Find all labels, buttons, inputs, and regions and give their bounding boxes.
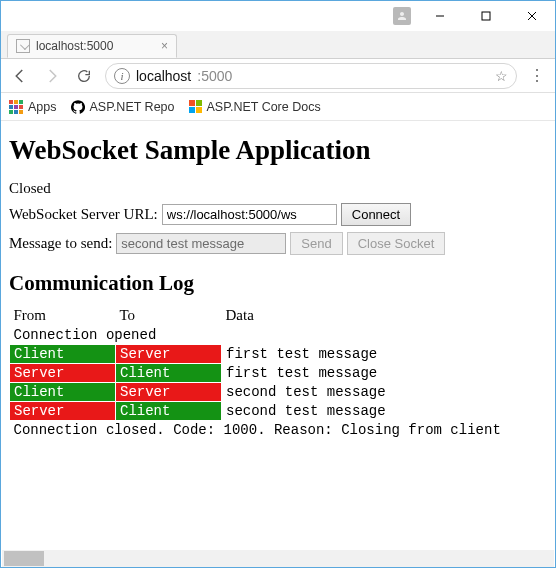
github-icon: [71, 100, 85, 114]
url-host: localhost: [136, 68, 191, 84]
to-cell: Client: [116, 364, 222, 383]
to-cell: Server: [116, 383, 222, 402]
back-button[interactable]: [9, 65, 31, 87]
apps-grid-icon: [9, 100, 23, 114]
log-status-row: Connection closed. Code: 1000. Reason: C…: [10, 421, 550, 440]
data-cell: first test message: [222, 364, 550, 383]
table-row: ClientServersecond test message: [10, 383, 550, 402]
url-path: :5000: [197, 68, 232, 84]
scrollbar-thumb[interactable]: [4, 551, 44, 566]
from-cell: Client: [10, 383, 116, 402]
ws-url-label: WebSocket Server URL:: [9, 206, 158, 223]
log-status-row: Connection opened: [10, 326, 550, 345]
data-cell: second test message: [222, 383, 550, 402]
col-to: To: [116, 306, 222, 326]
connection-status: Closed: [9, 180, 51, 197]
bookmark-label: ASP.NET Core Docs: [207, 100, 321, 114]
communication-log-table: From To Data Connection opened ClientSer…: [9, 306, 549, 439]
maximize-button[interactable]: [463, 1, 509, 31]
new-tab-button[interactable]: [181, 38, 203, 58]
col-data: Data: [222, 306, 550, 326]
to-cell: Server: [116, 345, 222, 364]
bookmark-aspnet-repo[interactable]: ASP.NET Repo: [71, 100, 175, 114]
apps-shortcut[interactable]: Apps: [9, 100, 57, 114]
page-favicon-icon: [16, 39, 30, 53]
browser-menu-button[interactable]: ⋮: [527, 66, 547, 86]
window-titlebar: [1, 1, 555, 31]
col-from: From: [10, 306, 116, 326]
apps-label: Apps: [28, 100, 57, 114]
browser-tab[interactable]: localhost:5000 ×: [7, 34, 177, 58]
connect-button[interactable]: Connect: [341, 203, 411, 226]
address-bar[interactable]: i localhost:5000 ☆: [105, 63, 517, 89]
send-button[interactable]: Send: [290, 232, 342, 255]
to-cell: Client: [116, 402, 222, 421]
data-cell: second test message: [222, 402, 550, 421]
forward-button[interactable]: [41, 65, 63, 87]
bookmark-aspnet-docs[interactable]: ASP.NET Core Docs: [189, 100, 321, 114]
page-title: WebSocket Sample Application: [9, 135, 547, 166]
data-cell: first test message: [222, 345, 550, 364]
site-info-icon[interactable]: i: [114, 68, 130, 84]
minimize-button[interactable]: [417, 1, 463, 31]
tab-title: localhost:5000: [36, 39, 113, 53]
close-socket-button[interactable]: Close Socket: [347, 232, 446, 255]
tab-close-icon[interactable]: ×: [161, 39, 168, 53]
bookmark-label: ASP.NET Repo: [90, 100, 175, 114]
page-content: WebSocket Sample Application Closed WebS…: [1, 121, 555, 552]
svg-rect-1: [482, 12, 490, 20]
table-row: ServerClientfirst test message: [10, 364, 550, 383]
from-cell: Server: [10, 364, 116, 383]
table-row: ClientServerfirst test message: [10, 345, 550, 364]
connection-opened-line: Connection opened: [10, 326, 550, 345]
bookmark-star-icon[interactable]: ☆: [495, 68, 508, 84]
log-heading: Communication Log: [9, 271, 547, 296]
from-cell: Server: [10, 402, 116, 421]
microsoft-logo-icon: [189, 100, 202, 113]
table-row: ServerClientsecond test message: [10, 402, 550, 421]
from-cell: Client: [10, 345, 116, 364]
profile-avatar-icon[interactable]: [393, 7, 411, 25]
close-window-button[interactable]: [509, 1, 555, 31]
connection-closed-line: Connection closed. Code: 1000. Reason: C…: [10, 421, 550, 440]
table-header-row: From To Data: [10, 306, 550, 326]
message-label: Message to send:: [9, 235, 112, 252]
ws-url-input[interactable]: [162, 204, 337, 225]
message-input[interactable]: [116, 233, 286, 254]
horizontal-scrollbar[interactable]: [2, 550, 554, 567]
bookmarks-bar: Apps ASP.NET Repo ASP.NET Core Docs: [1, 93, 555, 121]
reload-button[interactable]: [73, 65, 95, 87]
browser-toolbar: i localhost:5000 ☆ ⋮: [1, 59, 555, 93]
browser-tabstrip: localhost:5000 ×: [1, 31, 555, 59]
